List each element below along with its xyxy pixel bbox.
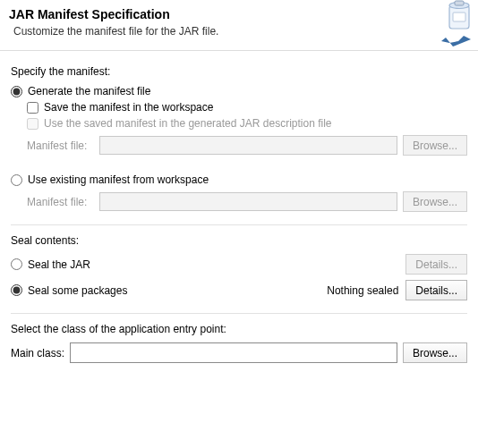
entry-point-label: Select the class of the application entr… xyxy=(11,323,467,335)
main-class-browse-button[interactable]: Browse... xyxy=(403,342,467,363)
existing-manifest-file-input xyxy=(99,192,397,211)
generate-manifest-file-label: Manifest file: xyxy=(27,139,94,152)
svg-marker-0 xyxy=(441,36,471,46)
specify-manifest-label: Specify the manifest: xyxy=(11,65,467,78)
generate-manifest-label: Generate the manifest file xyxy=(28,85,150,97)
seal-contents-label: Seal contents: xyxy=(11,234,467,247)
seal-some-details-button[interactable]: Details... xyxy=(405,280,467,300)
jar-banner-icon xyxy=(419,0,473,48)
svg-rect-3 xyxy=(455,1,464,5)
page-subtitle: Customize the manifest file for the JAR … xyxy=(13,25,469,38)
generate-manifest-file-input xyxy=(99,136,397,155)
main-class-label: Main class: xyxy=(11,347,64,359)
separator-1 xyxy=(11,224,467,225)
seal-jar-radio[interactable] xyxy=(11,258,22,270)
seal-some-status: Nothing sealed xyxy=(327,284,398,297)
seal-jar-details-button: Details... xyxy=(405,254,467,275)
existing-manifest-radio[interactable] xyxy=(11,174,22,186)
separator-2 xyxy=(11,313,467,314)
seal-some-radio[interactable] xyxy=(11,284,22,296)
wizard-header: JAR Manifest Specification Customize the… xyxy=(0,0,478,51)
save-manifest-label: Save the manifest in the workspace xyxy=(44,101,213,114)
generate-manifest-radio[interactable] xyxy=(11,86,22,97)
svg-rect-4 xyxy=(453,13,465,21)
reuse-manifest-label: Use the saved manifest in the generated … xyxy=(44,117,332,130)
existing-manifest-label: Use existing manifest from workspace xyxy=(28,173,209,186)
generate-manifest-browse-button: Browse... xyxy=(403,135,467,156)
existing-manifest-browse-button: Browse... xyxy=(403,191,467,212)
save-manifest-checkbox[interactable] xyxy=(27,102,38,114)
page-title: JAR Manifest Specification xyxy=(9,7,469,21)
seal-some-label: Seal some packages xyxy=(28,284,127,297)
existing-manifest-file-label: Manifest file: xyxy=(27,196,94,208)
seal-jar-label: Seal the JAR xyxy=(28,258,90,271)
reuse-manifest-checkbox xyxy=(27,118,38,130)
main-class-input[interactable] xyxy=(70,342,397,363)
